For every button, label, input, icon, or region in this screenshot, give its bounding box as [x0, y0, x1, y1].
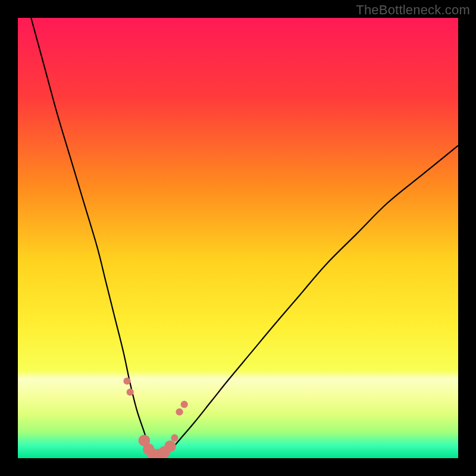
curve-marker — [176, 408, 183, 415]
plot-area — [18, 18, 458, 458]
watermark-text: TheBottleneck.com — [356, 2, 470, 18]
plot-background — [18, 18, 458, 458]
curve-marker — [181, 401, 188, 408]
curve-marker — [127, 389, 134, 396]
plot-svg — [18, 18, 458, 458]
curve-marker — [123, 377, 130, 384]
chart-frame: TheBottleneck.com — [0, 0, 476, 476]
curve-marker — [171, 434, 178, 441]
curve-marker — [164, 440, 176, 452]
